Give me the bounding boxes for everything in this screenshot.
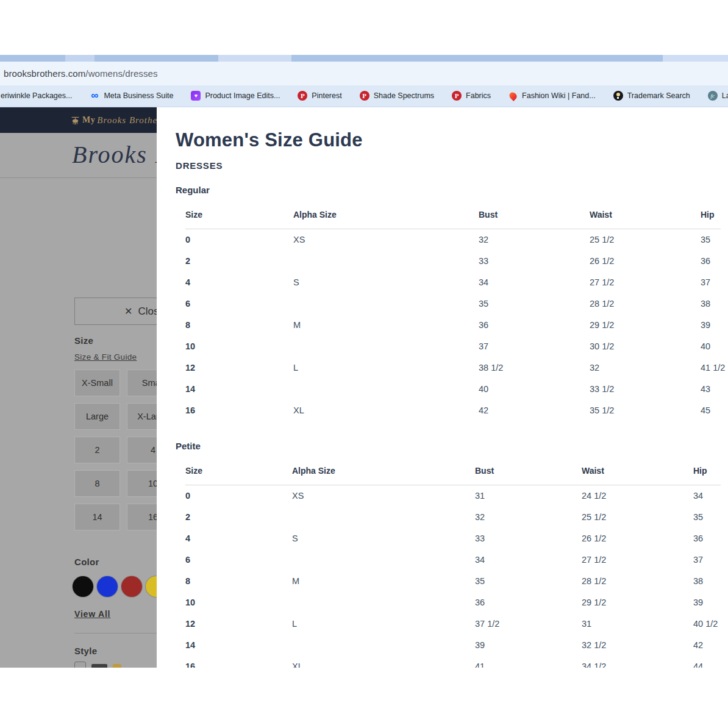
bookmark-eriwinkle-packages[interactable]: eriwinkle Packages... — [1, 91, 72, 100]
close-label: Close — [138, 305, 157, 318]
column-header-size: Size — [185, 460, 292, 485]
table-cell: 36 — [701, 251, 721, 272]
table-row: 23225 1/235 — [185, 506, 721, 527]
table-cell: 29 1/2 — [582, 591, 693, 613]
my-brooks-brothers-brand[interactable]: My Brooks Brothers — [70, 115, 157, 126]
table-cell — [293, 336, 479, 357]
style-filter-row — [74, 662, 121, 668]
bookmark-label: Shade Spectrums — [374, 91, 434, 100]
golden-fleece-icon — [70, 115, 80, 126]
table-cell: 35 — [475, 570, 582, 591]
brooks-brothers-logo[interactable]: Brooks Brothers — [72, 140, 157, 169]
table-cell: S — [292, 527, 475, 549]
size-option-x-small[interactable]: X-Small — [74, 369, 120, 396]
table-cell — [293, 379, 479, 400]
pin-icon: P — [452, 91, 462, 101]
bookmark-fabrics[interactable]: PFabrics — [452, 91, 491, 101]
table-cell: 34 — [479, 272, 590, 293]
size-option-x-large[interactable]: X-Large — [127, 403, 157, 430]
size-table-petite: SizeAlpha SizeBustWaistHip0XS3124 1/2342… — [185, 460, 721, 668]
url-domain: brooksbrothers.com — [4, 68, 85, 79]
bookmark-label: Fashion Wiki | Fand... — [522, 91, 596, 100]
size-option-2[interactable]: 2 — [74, 437, 120, 463]
bookmark-meta-business-suite[interactable]: ∞Meta Business Suite — [90, 91, 173, 101]
table-cell: 31 — [475, 485, 582, 506]
site-top-bar: My Brooks Brothers — [0, 107, 157, 133]
size-filter-grid: X-SmallSmallLargeX-Large248101416 — [74, 369, 157, 530]
table-cell: 26 1/2 — [582, 527, 693, 549]
table-cell: 37 — [701, 272, 721, 293]
close-filters-button[interactable]: ✕ Close — [74, 298, 157, 325]
address-bar[interactable]: brooksbrothers.com/womens/dresses — [0, 62, 728, 85]
color-swatch-black[interactable] — [73, 576, 93, 597]
table-cell: 16 — [185, 655, 292, 668]
color-swatch-red[interactable] — [121, 576, 142, 597]
color-swatch-blue[interactable] — [97, 576, 118, 597]
bookmark-shade-spectrums[interactable]: PShade Spectrums — [360, 91, 434, 101]
size-filter-heading: Size — [74, 335, 93, 346]
size-option-16[interactable]: 16 — [127, 504, 157, 530]
bookmark-fashion-wiki-fand[interactable]: Fashion Wiki | Fand... — [509, 91, 596, 100]
size-section-regular: RegularSizeAlpha SizeBustWaistHip0XS3225… — [176, 185, 728, 421]
bulb-icon — [613, 91, 623, 101]
table-row: 4S3427 1/237 — [185, 272, 721, 293]
tab-strip[interactable] — [0, 55, 728, 62]
bookmark-product-image-edits[interactable]: ♥Product Image Edits... — [191, 91, 280, 101]
table-cell: 32 1/2 — [582, 634, 693, 655]
size-option-8[interactable]: 8 — [74, 470, 120, 497]
table-cell: 2 — [185, 506, 292, 527]
style-filter-heading: Style — [74, 646, 97, 656]
size-table-regular: SizeAlpha SizeBustWaistHip0XS3225 1/2352… — [185, 204, 721, 421]
table-row: 8M3629 1/239 — [185, 315, 721, 336]
bookmark-label: Product Image Edits... — [205, 91, 280, 100]
style-checkbox[interactable] — [74, 662, 86, 668]
table-cell: 36 — [475, 591, 582, 613]
color-swatch-yellow[interactable] — [146, 576, 157, 597]
size-option-10[interactable]: 10 — [127, 470, 157, 497]
url-text: brooksbrothers.com/womens/dresses — [0, 68, 158, 79]
bookmark-trademark-search[interactable]: Trademark Search — [613, 91, 690, 101]
table-cell: 2 — [185, 251, 293, 272]
table-cell — [292, 634, 475, 655]
table-cell: 30 1/2 — [590, 336, 701, 357]
table-cell: 43 — [701, 379, 721, 400]
url-path: /womens/dresses — [85, 68, 157, 79]
size-section-petite: PetiteSizeAlpha SizeBustWaistHip0XS3124 … — [176, 441, 728, 668]
table-cell: 32 — [479, 229, 590, 251]
table-row: 4S3326 1/236 — [185, 527, 721, 549]
table-cell — [293, 293, 479, 315]
view-all-colors-link[interactable]: View All — [74, 609, 110, 619]
pin-icon: P — [298, 91, 307, 101]
table-cell: 33 — [479, 251, 590, 272]
size-fit-guide-link[interactable]: Size & Fit Guide — [74, 352, 137, 362]
table-cell — [292, 549, 475, 570]
size-guide-modal: Women's Size Guide DRESSES RegularSizeAl… — [157, 107, 728, 668]
bookmark-label: Meta Business Suite — [104, 91, 173, 100]
size-guide-category: DRESSES — [176, 160, 728, 171]
table-cell: 41 1/2 — [701, 357, 721, 379]
table-cell: 42 — [479, 400, 590, 421]
table-cell: 34 — [693, 485, 721, 506]
table-cell: 41 — [475, 655, 582, 668]
size-option-large[interactable]: Large — [74, 403, 120, 430]
table-cell: 33 — [475, 527, 582, 549]
size-option-4[interactable]: 4 — [127, 437, 157, 463]
table-cell: 32 — [475, 506, 582, 527]
table-cell: 37 1/2 — [475, 613, 582, 634]
flame-icon — [508, 91, 518, 101]
bookmark-label-archive-fashi[interactable]: fcLabel Archive | Fashi... — [708, 91, 728, 101]
table-row: 16XL4235 1/245 — [185, 400, 721, 421]
table-cell: M — [292, 570, 475, 591]
bookmark-pinterest[interactable]: PPinterest — [298, 91, 341, 101]
bookmark-label: Fabrics — [466, 91, 491, 100]
table-cell: 34 1/2 — [582, 655, 693, 668]
size-option-small[interactable]: Small — [127, 369, 157, 396]
size-guide-sections: RegularSizeAlpha SizeBustWaistHip0XS3225… — [176, 185, 728, 668]
size-option-14[interactable]: 14 — [74, 504, 120, 530]
table-cell: L — [293, 357, 479, 379]
table-header-row: SizeAlpha SizeBustWaistHip — [185, 204, 721, 229]
header-divider — [0, 177, 157, 178]
table-cell: 29 1/2 — [590, 315, 701, 336]
table-row: 0XS3124 1/234 — [185, 485, 721, 506]
table-row: 63427 1/237 — [185, 549, 721, 570]
